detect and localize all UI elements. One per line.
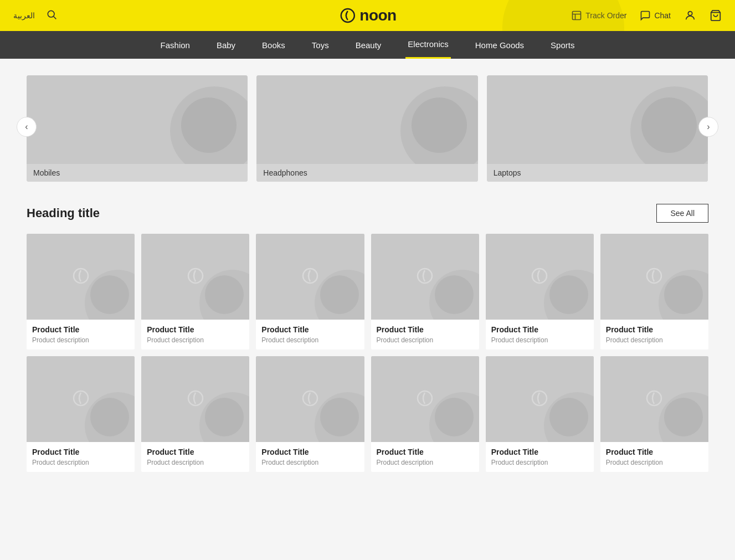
product-description: Product description: [606, 336, 703, 344]
product-card[interactable]: Product Title Product description: [600, 234, 708, 350]
product-title: Product Title: [491, 325, 588, 334]
carousel-prev-button[interactable]: ‹: [17, 117, 37, 137]
nav-item-books[interactable]: Books: [260, 31, 287, 59]
product-image: [256, 356, 364, 442]
product-description: Product description: [261, 459, 358, 466]
product-title: Product Title: [261, 325, 358, 334]
noon-watermark-icon: [71, 388, 91, 408]
product-description: Product description: [377, 336, 474, 344]
carousel-track: Mobiles Headphones Laptops: [27, 75, 708, 182]
noon-watermark-icon: [186, 388, 205, 408]
carousel-card[interactable]: Laptops: [487, 75, 708, 182]
carousel-card-image: [487, 75, 708, 164]
carousel-card-label: Headphones: [256, 164, 477, 182]
product-image: [27, 356, 135, 442]
account-icon: [684, 9, 696, 22]
product-image: [600, 234, 708, 320]
nav-item-home-goods[interactable]: Home Goods: [473, 31, 526, 59]
cart-icon: [710, 9, 722, 22]
noon-watermark-icon: [186, 266, 205, 286]
carousel-card-image: [27, 75, 248, 164]
account-button[interactable]: [684, 9, 696, 22]
nav-item-beauty[interactable]: Beauty: [353, 31, 384, 59]
logo[interactable]: noon: [338, 7, 396, 24]
product-title: Product Title: [32, 448, 129, 456]
noon-watermark-icon: [415, 388, 435, 408]
product-title: Product Title: [147, 325, 244, 334]
noon-logo-watermark: [530, 388, 549, 410]
product-description: Product description: [32, 459, 129, 466]
noon-watermark-icon: [530, 388, 549, 408]
product-info: Product Title Product description: [256, 442, 364, 472]
carousel-card[interactable]: Mobiles: [27, 75, 248, 182]
product-title: Product Title: [377, 448, 474, 456]
noon-logo-watermark: [415, 266, 435, 288]
product-image: [141, 234, 249, 320]
product-card[interactable]: Product Title Product description: [141, 356, 249, 472]
svg-point-0: [48, 11, 54, 17]
noon-watermark-icon: [644, 388, 664, 408]
product-card[interactable]: Product Title Product description: [256, 356, 364, 472]
section-header: Heading title See All: [27, 204, 708, 223]
header-right: Track Order Chat: [571, 9, 722, 22]
product-image: [486, 234, 594, 320]
product-card[interactable]: Product Title Product description: [371, 356, 479, 472]
product-description: Product description: [491, 459, 588, 466]
nav-item-baby[interactable]: Baby: [214, 31, 238, 59]
product-card[interactable]: Product Title Product description: [486, 356, 594, 472]
cart-button[interactable]: [710, 9, 722, 22]
main-content: ‹ Mobiles Headphones Laptops › Heading t…: [0, 59, 735, 495]
chat-button[interactable]: Chat: [640, 10, 671, 21]
main-nav: FashionBabyBooksToysBeautyElectronicsHom…: [0, 31, 735, 59]
product-description: Product description: [147, 336, 244, 344]
product-title: Product Title: [606, 448, 703, 456]
product-image: [141, 356, 249, 442]
product-card[interactable]: Product Title Product description: [27, 234, 135, 350]
noon-watermark-icon: [530, 266, 549, 286]
header: العربية noon Track Order: [0, 0, 735, 31]
product-info: Product Title Product description: [256, 320, 364, 350]
product-info: Product Title Product description: [371, 320, 479, 350]
product-info: Product Title Product description: [141, 442, 249, 472]
product-card[interactable]: Product Title Product description: [486, 234, 594, 350]
noon-watermark-icon: [415, 266, 435, 286]
noon-logo-watermark: [71, 266, 91, 288]
track-order-button[interactable]: Track Order: [571, 10, 626, 21]
product-description: Product description: [606, 459, 703, 466]
product-title: Product Title: [261, 448, 358, 456]
noon-logo-watermark: [300, 266, 320, 288]
product-image: [600, 356, 708, 442]
nav-item-electronics[interactable]: Electronics: [405, 31, 450, 59]
product-image: [27, 234, 135, 320]
arabic-language-toggle[interactable]: العربية: [13, 11, 35, 20]
product-title: Product Title: [32, 325, 129, 334]
see-all-button[interactable]: See All: [656, 204, 708, 223]
nav-item-fashion[interactable]: Fashion: [158, 31, 192, 59]
product-card[interactable]: Product Title Product description: [27, 356, 135, 472]
track-order-label: Track Order: [585, 11, 626, 20]
product-info: Product Title Product description: [141, 320, 249, 350]
carousel-card[interactable]: Headphones: [256, 75, 477, 182]
product-title: Product Title: [606, 325, 703, 334]
product-info: Product Title Product description: [27, 442, 135, 472]
category-carousel: ‹ Mobiles Headphones Laptops ›: [27, 75, 708, 182]
product-card[interactable]: Product Title Product description: [141, 234, 249, 350]
carousel-card-label: Laptops: [487, 164, 708, 182]
product-card[interactable]: Product Title Product description: [371, 234, 479, 350]
noon-watermark-icon: [300, 388, 320, 408]
product-info: Product Title Product description: [486, 442, 594, 472]
noon-logo-watermark: [186, 266, 205, 288]
svg-point-4: [688, 12, 692, 16]
noon-logo-watermark: [71, 388, 91, 410]
product-info: Product Title Product description: [486, 320, 594, 350]
product-title: Product Title: [491, 448, 588, 456]
carousel-next-button[interactable]: ›: [698, 117, 718, 137]
svg-rect-3: [573, 12, 581, 20]
search-icon[interactable]: [46, 9, 57, 22]
noon-logo-icon: [338, 7, 356, 24]
product-card[interactable]: Product Title Product description: [600, 356, 708, 472]
product-card[interactable]: Product Title Product description: [256, 234, 364, 350]
nav-item-toys[interactable]: Toys: [310, 31, 331, 59]
nav-item-sports[interactable]: Sports: [548, 31, 577, 59]
noon-logo-watermark: [530, 266, 549, 288]
